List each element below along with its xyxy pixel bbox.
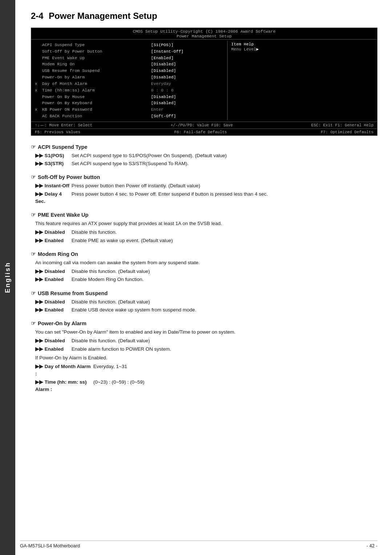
section-items: ▶▶ DisabledDisable this function. (Defau…: [35, 337, 377, 353]
bios-value-row: [Instant-Off]: [151, 48, 224, 55]
desc-bullet: ▶▶ Disabled: [35, 268, 72, 275]
desc-text: Enable Modem Ring On function.: [72, 276, 377, 283]
section-plain-text: You can set "Power-On by Alarm" item to …: [35, 328, 377, 336]
desc-item: ▶▶ EnabledEnable PME as wake up event. (…: [35, 237, 377, 244]
desc-item: ▶▶ EnabledEnable USB device wake up syst…: [35, 306, 377, 314]
bios-row: Power-On by Alarm: [35, 74, 144, 81]
chapter-title: 2-4 Power Management Setup: [31, 11, 377, 21]
desc-item: ▶▶ Time (hh: mm: ss) Alarm :(0~23) : (0~…: [35, 379, 377, 393]
section-heading-usb-resume-suspend: ☞USB Resume from Suspend: [31, 290, 377, 297]
desc-bullet: ▶▶ Delay 4 Sec.: [35, 191, 72, 205]
desc-text: Enable PME as wake up event. (Default va…: [72, 237, 377, 244]
section-extra-plain: If Power-On by Alarm is Enabled.: [35, 354, 377, 362]
bios-value-row: [Disabled]: [151, 94, 224, 100]
bios-header: CMOS Setup Utility-Copyright (C) 1984-20…: [31, 28, 377, 40]
section-arrow-icon: ☞: [31, 174, 36, 180]
bios-value-row: [S1(POS)]: [151, 42, 224, 48]
section-items: ▶▶ Instant-OffPress power button then Po…: [35, 182, 377, 205]
desc-item: ▶▶ EnabledEnable Modem Ring On function.: [35, 276, 377, 283]
desc-item: ▶▶ EnabledEnable alarm function to POWER…: [35, 346, 377, 353]
desc-item: ▶▶ DisabledDisable this function. (Defau…: [35, 337, 377, 344]
model-name: GA-M57SLI-S4 Motherboard: [20, 543, 80, 548]
desc-bullet: ▶▶ Disabled: [35, 337, 72, 344]
desc-bullet: ▶▶ S3(STR): [35, 160, 72, 167]
bios-row: Modem Ring On: [35, 61, 144, 68]
bios-row: Soft-Off by Power button: [35, 48, 144, 55]
bios-value-row: [Disabled]: [151, 100, 224, 106]
desc-item: ▶▶ DisabledDisable this function.: [35, 229, 377, 236]
bios-value-row: [Disabled]: [151, 68, 224, 74]
desc-text: Enable USB device wake up system from su…: [72, 306, 377, 314]
desc-item: ▶▶ S3(STR)Set ACPI suspend type to S3/ST…: [35, 160, 377, 167]
bios-row: PME Event Wake Up: [35, 55, 144, 61]
section-arrow-icon: ☞: [31, 212, 36, 218]
desc-item: ▶▶ DisabledDisable this function. (Defau…: [35, 298, 377, 306]
section-items: ▶▶ DisabledDisable this function.▶▶ Enab…: [35, 229, 377, 244]
desc-bullet: ▶▶ Instant-Off: [35, 182, 72, 189]
desc-text: Set ACPI suspend type to S3/STR(Suspend …: [72, 160, 377, 167]
desc-text: Everyday, 1~31: [93, 363, 377, 378]
section-arrow-icon: ☞: [31, 290, 36, 297]
section-arrow-icon: ☞: [31, 320, 36, 327]
desc-item: ▶▶ S1(POS)Set ACPI suspend type to S1/PO…: [35, 152, 377, 159]
section-heading-pme-event-wake: ☞PME Event Wake Up: [31, 212, 377, 218]
bios-row: xKB Power ON Password: [35, 106, 144, 113]
section-heading-power-on-alarm: ☞Power-On by Alarm: [31, 320, 377, 327]
bios-right-column: Item Help Menu Level▶: [227, 41, 377, 120]
desc-bullet: ▶▶ Enabled: [35, 237, 72, 244]
section-items: ▶▶ DisabledDisable this function. (Defau…: [35, 268, 377, 283]
desc-text: Disable this function. (Default value): [72, 268, 377, 275]
desc-bullet: ▶▶ Disabled: [35, 229, 72, 236]
section-extra-items: ▶▶ Day of Month Alarm :Everyday, 1~31▶▶ …: [35, 363, 377, 393]
section-heading-acpi-suspend-type: ☞ACPI Suspend Type: [31, 144, 377, 150]
bios-value-row: [Disabled]: [151, 61, 224, 68]
bios-screen: CMOS Setup Utility-Copyright (C) 1984-20…: [31, 28, 377, 136]
desc-text: Enable alarm function to POWER ON system…: [72, 346, 377, 353]
section-arrow-icon: ☞: [31, 251, 36, 257]
desc-text: Press power button then Power off instan…: [72, 182, 377, 189]
desc-text: Press power button 4 sec. to Power off. …: [72, 191, 377, 205]
section-arrow-icon: ☞: [31, 144, 36, 150]
bios-footer2: F5: Previous Values F6: Fail-Safe Defaul…: [31, 128, 377, 135]
page-footer: GA-M57SLI-S4 Motherboard - 42 -: [20, 540, 377, 548]
desc-bullet: ▶▶ Day of Month Alarm :: [35, 363, 93, 378]
page-number: - 42 -: [367, 543, 377, 548]
desc-text: (0~23) : (0~59) : (0~59): [93, 379, 377, 393]
bios-center-column: [S1(POS)][Instant-Off][Enabled][Disabled…: [147, 41, 227, 120]
desc-bullet: ▶▶ S1(POS): [35, 152, 72, 159]
bios-row: ACPI Suspend Type: [35, 42, 144, 48]
bios-value-row: 0 : 0 : 0: [151, 87, 224, 94]
desc-bullet: ▶▶ Enabled: [35, 346, 72, 353]
bios-value-row: [Soft-Off]: [151, 113, 224, 119]
desc-text: Disable this function. (Default value): [72, 337, 377, 344]
section-plain-text: This feature requires an ATX power suppl…: [35, 220, 377, 227]
desc-text: Disable this function. (Default value): [72, 298, 377, 306]
section-plain-text: An incoming call via modem can awake the…: [35, 259, 377, 266]
side-label: English: [0, 0, 15, 555]
bios-row: AC BACK Function: [35, 113, 144, 119]
bios-value-row: Everyday: [151, 81, 224, 87]
desc-item: ▶▶ Day of Month Alarm :Everyday, 1~31: [35, 363, 377, 378]
bios-row: Power On By Keyboard: [35, 100, 144, 106]
section-items: ▶▶ S1(POS)Set ACPI suspend type to S1/PO…: [35, 152, 377, 168]
desc-bullet: ▶▶ Disabled: [35, 298, 72, 306]
bios-row: xTime (hh:mm:ss) Alarm: [35, 87, 144, 94]
bios-row: xDay of Month Alarm: [35, 81, 144, 87]
desc-text: Disable this function.: [72, 229, 377, 236]
bios-row: USB Resume from Suspend: [35, 68, 144, 74]
section-heading-soft-off-power: ☞Soft-Off by Power button: [31, 174, 377, 180]
desc-bullet: ▶▶ Time (hh: mm: ss) Alarm :: [35, 379, 93, 393]
bios-value-row: [Enabled]: [151, 55, 224, 61]
desc-bullet: ▶▶ Enabled: [35, 306, 72, 314]
desc-bullet: ▶▶ Enabled: [35, 276, 72, 283]
bios-value-row: Enter: [151, 106, 224, 113]
section-items: ▶▶ DisabledDisable this function. (Defau…: [35, 298, 377, 314]
desc-item: ▶▶ Instant-OffPress power button then Po…: [35, 182, 377, 189]
bios-value-row: [Disabled]: [151, 74, 224, 81]
section-heading-modem-ring-on: ☞Modem Ring On: [31, 251, 377, 257]
desc-item: ▶▶ DisabledDisable this function. (Defau…: [35, 268, 377, 275]
bios-row: Power On By Mouse: [35, 94, 144, 100]
bios-left-column: ACPI Suspend Type Soft-Off by Power butt…: [31, 41, 147, 120]
desc-text: Set ACPI suspend type to S1/POS(Power On…: [72, 152, 377, 159]
bios-footer: ↑↓→←: Move Enter: Select +/-/PU/PD: Valu…: [31, 122, 377, 128]
